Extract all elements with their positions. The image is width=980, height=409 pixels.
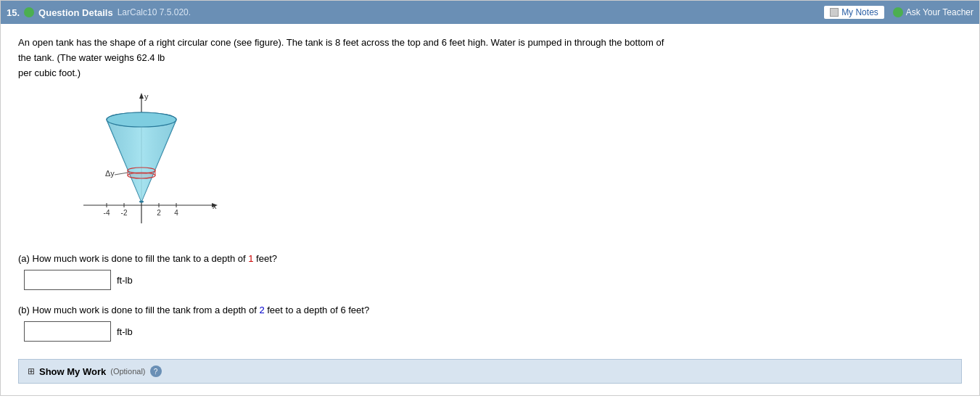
- part-a-answer-row: ft-lb: [24, 270, 962, 290]
- part-b-input[interactable]: [24, 321, 111, 342]
- svg-line-26: [115, 173, 128, 175]
- part-a-text2: feet?: [253, 253, 277, 264]
- svg-text:x: x: [213, 202, 217, 210]
- ask-teacher-button[interactable]: Ask Your Teacher: [893, 7, 973, 17]
- part-a-text1: (a) How much work is done to fill the ta…: [18, 253, 248, 264]
- part-b-highlight1: 2: [259, 305, 264, 315]
- show-work-optional: (Optional): [110, 367, 145, 376]
- svg-point-23: [128, 173, 155, 178]
- figure-area: y x 6 -4 -2 2 4: [62, 89, 962, 241]
- ask-teacher-label: Ask Your Teacher: [906, 7, 973, 17]
- main-content: An open tank has the shape of a right ci…: [1, 24, 979, 395]
- svg-text:-2: -2: [121, 209, 128, 217]
- ask-teacher-icon: [893, 7, 903, 17]
- part-a-unit: ft-lb: [117, 275, 133, 286]
- svg-text:4: 4: [174, 209, 178, 217]
- top-bar: 15. Question Details LarCalc10 7.5.020. …: [1, 1, 979, 24]
- problem-text: An open tank has the shape of a right ci…: [18, 36, 671, 80]
- show-my-work-bar[interactable]: ⊞ Show My Work (Optional) ?: [18, 359, 962, 384]
- part-a-input[interactable]: [24, 270, 111, 290]
- svg-text:Δy: Δy: [105, 169, 115, 178]
- green-plus-icon: [24, 7, 34, 17]
- my-notes-label: My Notes: [841, 7, 878, 17]
- top-bar-left: 15. Question Details LarCalc10 7.5.020.: [7, 7, 820, 18]
- cone-figure: y x 6 -4 -2 2 4: [62, 89, 221, 241]
- svg-text:-4: -4: [104, 209, 110, 217]
- textbook-ref: LarCalc10 7.5.020.: [118, 7, 191, 17]
- expand-icon: ⊞: [28, 366, 35, 376]
- part-b-text1: (b) How much work is done to fill the ta…: [18, 305, 259, 315]
- show-work-label: Show My Work: [39, 366, 106, 377]
- svg-point-24: [107, 112, 176, 127]
- svg-marker-1: [139, 93, 144, 99]
- part-b-text2: feet to a depth of 6 feet?: [265, 305, 370, 315]
- my-notes-button[interactable]: My Notes: [824, 6, 884, 19]
- help-icon[interactable]: ?: [150, 365, 162, 377]
- top-bar-right: My Notes Ask Your Teacher: [824, 6, 973, 19]
- svg-text:y: y: [144, 92, 149, 101]
- question-number: 15.: [7, 7, 20, 18]
- question-details-label: Question Details: [38, 7, 113, 18]
- part-b-answer-row: ft-lb: [24, 321, 962, 342]
- problem-line2: per cubic foot.): [18, 67, 81, 78]
- part-b-label: (b) How much work is done to fill the ta…: [18, 305, 962, 315]
- problem-line1: An open tank has the shape of a right ci…: [18, 37, 664, 63]
- svg-text:2: 2: [157, 209, 161, 217]
- notes-icon: [830, 8, 839, 17]
- part-b-unit: ft-lb: [117, 326, 133, 337]
- svg-point-19: [139, 201, 144, 203]
- part-a-label: (a) How much work is done to fill the ta…: [18, 253, 962, 264]
